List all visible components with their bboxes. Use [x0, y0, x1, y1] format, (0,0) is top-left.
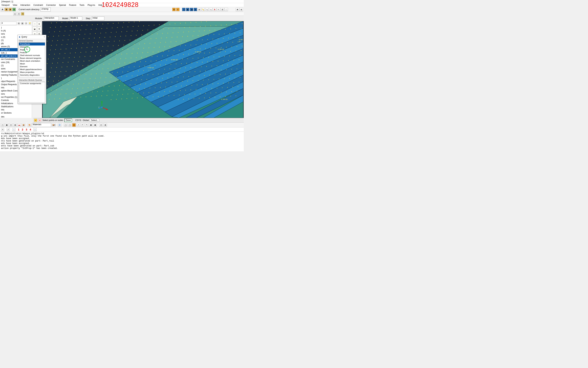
- prompt-cancel-icon[interactable]: ✕: [38, 119, 41, 122]
- coord-icon[interactable]: ⊞: [197, 8, 201, 11]
- model-select[interactable]: Model-1: [70, 17, 82, 20]
- query-item[interactable]: Feature: [19, 51, 45, 54]
- tree-icon-1[interactable]: ⊞: [18, 22, 20, 25]
- axis-triad2-icon[interactable]: ⟟: [34, 128, 37, 131]
- query-item[interactable]: Beam element tangents: [19, 57, 45, 60]
- message-area[interactable]: rs/Administrator/abaqus_plugins/sd g-ins…: [0, 132, 244, 151]
- tree-filter-select[interactable]: e: [1, 22, 17, 25]
- query-item[interactable]: Mesh stack orientation: [19, 60, 45, 62]
- tree-item[interactable]: ): [0, 26, 32, 29]
- select-csys-button[interactable]: Select..: [90, 119, 99, 122]
- datum-3[interactable]: 3: [26, 128, 27, 131]
- tool-manager-icon[interactable]: ☰: [37, 22, 41, 26]
- query-item[interactable]: Element: [19, 65, 45, 68]
- datum-2[interactable]: 2: [22, 128, 23, 131]
- lt-undo-icon[interactable]: ↶: [81, 123, 84, 127]
- pan-icon[interactable]: ✥: [236, 8, 239, 11]
- hidden-cube-icon[interactable]: ◰: [17, 12, 20, 15]
- lt-arrow-icon[interactable]: ↗: [77, 123, 80, 127]
- axis-icon-1[interactable]: ⤲: [1, 128, 4, 131]
- tool-create-interaction-icon[interactable]: ⬚: [33, 22, 37, 26]
- lt-icon-6[interactable]: 📦: [22, 123, 25, 127]
- lt-grid1-icon[interactable]: ▦: [89, 123, 93, 127]
- perspective1-icon[interactable]: ◫: [182, 8, 185, 11]
- query-close-button[interactable]: ×: [44, 36, 45, 38]
- module-queries-list[interactable]: Connector assignments: [19, 82, 45, 102]
- box-icon[interactable]: ▦: [5, 8, 8, 11]
- arrow-icon[interactable]: ↘: [209, 8, 212, 11]
- menu-tools[interactable]: Tools: [79, 4, 84, 6]
- general-queries-list[interactable]: Point/NodeDistanceAngleFeatureShell elem…: [19, 43, 45, 77]
- shade-wire-icon[interactable]: ≣: [172, 8, 176, 11]
- perspective4-icon[interactable]: ▥: [193, 8, 197, 11]
- tree-icon-3[interactable]: ⟳: [25, 22, 27, 25]
- menu-view[interactable]: View: [13, 4, 17, 6]
- query-item[interactable]: Shell element normals: [19, 54, 45, 57]
- query-item[interactable]: Connector assignments: [19, 82, 45, 85]
- lt-box-icon[interactable]: 📦▾: [52, 123, 55, 127]
- tree-icon-2[interactable]: ▤: [21, 22, 24, 25]
- tree-lightbulb-icon[interactable]: 💡: [28, 22, 31, 25]
- menu-connector[interactable]: Connector: [46, 4, 56, 6]
- menu-constraint[interactable]: Constraint: [33, 4, 43, 6]
- query-item[interactable]: Mesh: [19, 62, 45, 65]
- lt-circle1-icon[interactable]: ◯: [64, 123, 67, 127]
- menu-special[interactable]: Special: [59, 4, 66, 6]
- done-button[interactable]: Done: [64, 119, 72, 122]
- axis-triad-icon[interactable]: ⟟: [12, 128, 15, 131]
- query-item[interactable]: Point/Node: [19, 43, 45, 46]
- lt-info-icon[interactable]: ⓘ: [58, 123, 61, 127]
- query-item[interactable]: Mass properties: [19, 71, 45, 74]
- materials-select[interactable]: Materials: [32, 123, 51, 127]
- tree-item[interactable]: Stabilizations: [0, 105, 32, 108]
- query-item[interactable]: Angle: [19, 48, 45, 51]
- ruler-icon[interactable]: 📏: [201, 8, 205, 11]
- datum-1[interactable]: 1: [18, 128, 19, 131]
- box3-icon[interactable]: ▨: [12, 8, 16, 11]
- shade-icon[interactable]: ≡: [176, 8, 180, 11]
- wire-cube-icon[interactable]: ◱: [13, 12, 17, 15]
- lt-icon-2[interactable]: ▣: [5, 123, 9, 127]
- print-icon[interactable]: 🖶: [1, 8, 4, 11]
- lt-icon-5[interactable]: ▬: [18, 123, 21, 127]
- lt-redo-icon[interactable]: ↷: [85, 123, 88, 127]
- prompt-back-icon[interactable]: ↩: [34, 119, 37, 122]
- cursor-icon[interactable]: ↖: [217, 8, 220, 11]
- axis-icon-2[interactable]: ⤢: [7, 128, 10, 131]
- more-icon[interactable]: ⋮: [224, 8, 228, 11]
- lt-icon-1[interactable]: ▢: [1, 123, 4, 127]
- query-item[interactable]: Distance: [19, 46, 45, 48]
- lt-circle3-icon[interactable]: ●: [72, 123, 76, 127]
- lt-grid2-icon[interactable]: ▦: [93, 123, 97, 127]
- measure-icon[interactable]: ↘: [205, 8, 209, 11]
- menu-viewport[interactable]: Viewport: [1, 4, 9, 6]
- lt-circle2-icon[interactable]: ◯: [68, 123, 71, 127]
- tree-item[interactable]: des: [0, 115, 32, 118]
- workdir-dropdown[interactable]: d:\temp: [41, 8, 51, 11]
- viewport-3d[interactable]: z ✕ RP-14✕ RP-16✕ RP-18✕ RP-20✕ RP-22✕ R…: [42, 21, 244, 118]
- query-item[interactable]: Mesh gaps/intersections: [19, 68, 45, 71]
- perspective3-icon[interactable]: ◨: [190, 8, 193, 11]
- menu-feature[interactable]: Feature: [69, 4, 76, 6]
- lt-palette-icon[interactable]: 🎨: [28, 123, 31, 127]
- tool-constraint-icon[interactable]: ☰: [37, 27, 41, 31]
- lt-icon-4[interactable]: ▤: [13, 123, 17, 127]
- lt-layout1-icon[interactable]: ◫: [99, 123, 103, 127]
- module-select[interactable]: Interaction: [44, 17, 59, 20]
- tree-item[interactable]: ls (4): [0, 29, 32, 32]
- shaded-cube-icon[interactable]: ◳: [21, 12, 24, 15]
- step-select[interactable]: Initial: [92, 17, 104, 20]
- perspective2-icon[interactable]: ◧: [186, 8, 189, 11]
- lt-layout2-icon[interactable]: ▥: [104, 123, 107, 127]
- query-item[interactable]: Geometry diagnostics: [19, 74, 45, 76]
- annotate-a-icon[interactable]: A: [213, 8, 216, 11]
- box2-icon[interactable]: ▦: [9, 8, 12, 11]
- zoom-icon[interactable]: ⊕: [239, 8, 243, 11]
- tool-find-contact-icon[interactable]: ⬓: [33, 27, 37, 31]
- tree-item[interactable]: or Sections: [0, 111, 32, 114]
- tree-item[interactable]: ints: [0, 108, 32, 111]
- datum-4[interactable]: 4: [30, 128, 31, 131]
- menu-plugins[interactable]: Plug-ins: [88, 4, 95, 6]
- options-icon[interactable]: ☰: [221, 8, 224, 11]
- lt-icon-3[interactable]: ◫: [9, 123, 13, 127]
